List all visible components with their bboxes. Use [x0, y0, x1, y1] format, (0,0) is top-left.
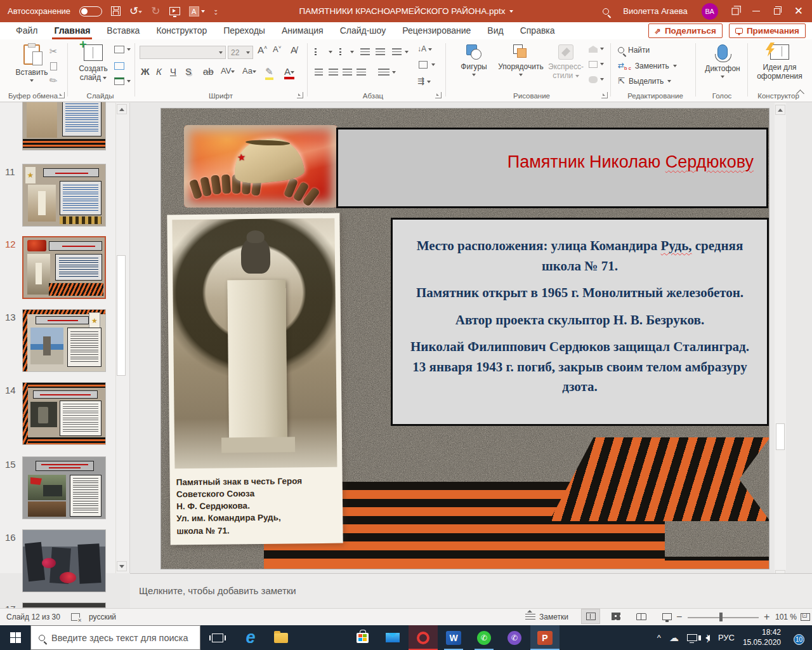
cut-icon[interactable]: ✂: [49, 46, 58, 57]
tray-expand-icon[interactable]: ^: [657, 633, 661, 642]
character-spacing-button[interactable]: AV: [221, 66, 235, 76]
new-slide-button[interactable]: Создатьслайд: [75, 44, 112, 83]
tab-home[interactable]: Главная: [46, 22, 98, 39]
shapes-button[interactable]: Фигуры: [454, 44, 494, 76]
design-ideas-button[interactable]: Идеи дляоформления: [754, 44, 806, 81]
zoom-out-button[interactable]: −: [676, 609, 682, 625]
thumbnail-slide-15[interactable]: [22, 456, 106, 519]
start-button[interactable]: [0, 625, 30, 650]
font-color-button[interactable]: A: [284, 66, 294, 79]
viber-icon[interactable]: ✆: [500, 625, 529, 650]
align-right-icon[interactable]: [343, 69, 352, 76]
quick-font-icon[interactable]: A: [189, 6, 205, 17]
language-indicator[interactable]: русский: [89, 609, 116, 625]
bullets-icon[interactable]: [315, 48, 318, 57]
dictate-button[interactable]: Диктофон: [702, 44, 743, 78]
minimize-button[interactable]: [752, 11, 760, 12]
network-icon[interactable]: [687, 634, 697, 641]
grow-font-button[interactable]: A˄: [258, 44, 267, 55]
notes-pane[interactable]: Щелкните, чтобы добавить заметки: [130, 573, 812, 608]
tab-transitions[interactable]: Переходы: [215, 22, 273, 39]
zoom-slider-thumb[interactable]: [719, 613, 723, 621]
tab-review[interactable]: Рецензирование: [394, 22, 479, 39]
notification-center-button[interactable]: 10: [789, 630, 806, 646]
align-center-icon[interactable]: [329, 69, 338, 76]
autosave-toggle[interactable]: [79, 6, 102, 17]
line-spacing-caret[interactable]: [405, 51, 409, 53]
clipboard-dialog-launcher[interactable]: [58, 92, 65, 98]
columns-caret[interactable]: [392, 71, 396, 74]
text-direction-icon[interactable]: ↓A: [417, 44, 432, 53]
clock[interactable]: 18:42 15.05.2020: [743, 628, 781, 647]
bold-button[interactable]: Ж: [141, 66, 150, 77]
whatsapp-icon[interactable]: ✆: [469, 625, 499, 650]
close-button[interactable]: ✕: [794, 6, 803, 17]
find-button[interactable]: Найти: [618, 46, 650, 55]
paragraph-dialog-launcher[interactable]: [435, 92, 442, 98]
notes-toggle-button[interactable]: Заметки: [525, 609, 568, 625]
avatar[interactable]: ВА: [702, 3, 718, 20]
slide-scrollbar[interactable]: [775, 103, 786, 608]
tab-file[interactable]: Файл: [8, 22, 46, 39]
copy-icon[interactable]: [50, 62, 57, 70]
numbering-icon[interactable]: [339, 48, 343, 57]
thumbnail-slide-17[interactable]: [22, 602, 106, 608]
align-left-icon[interactable]: [315, 69, 323, 76]
slide-canvas[interactable]: ★ Памятник Николаю Сердюкову Памятный зн…: [160, 108, 769, 569]
qat-customize-icon[interactable]: ⌄⌄: [214, 8, 219, 14]
monument-photo[interactable]: Памятный знак в честь Героя Советского С…: [167, 213, 343, 545]
powerpoint-icon[interactable]: P: [530, 625, 560, 650]
change-case-button[interactable]: Aa: [242, 66, 256, 76]
shape-fill-caret[interactable]: [600, 48, 604, 50]
shrink-font-button[interactable]: A˅: [273, 44, 281, 54]
edge-icon[interactable]: e: [236, 625, 265, 650]
clear-formatting-button[interactable]: A̸: [291, 44, 297, 55]
share-button[interactable]: ⇗Поделиться: [648, 23, 723, 38]
slide-layout-caret[interactable]: [127, 48, 131, 51]
shape-outline-icon[interactable]: [589, 61, 598, 68]
zoom-level[interactable]: 101 %: [775, 609, 797, 625]
ribbon-display-options-icon[interactable]: [731, 8, 738, 15]
slide-body-text-box[interactable]: Место расположения: улица Командира Рудь…: [391, 218, 769, 426]
increase-indent-icon[interactable]: [376, 48, 385, 56]
pilotka-cap-image[interactable]: ★: [184, 125, 337, 208]
slide-title-box[interactable]: Памятник Николаю Сердюкову: [336, 128, 768, 208]
thumbnail-slide-10[interactable]: [22, 102, 106, 150]
strikethrough-button[interactable]: ab: [203, 66, 214, 77]
text-shadow-button[interactable]: S: [185, 66, 192, 77]
tray-language[interactable]: РУС: [718, 633, 735, 642]
select-button[interactable]: ⇱Выделить: [618, 76, 671, 86]
tab-design[interactable]: Конструктор: [148, 22, 215, 39]
fit-to-window-icon[interactable]: [801, 609, 810, 625]
normal-view-button[interactable]: [581, 609, 600, 624]
mail-icon[interactable]: [378, 625, 407, 650]
align-text-caret[interactable]: [431, 63, 435, 66]
italic-button[interactable]: К: [156, 66, 162, 77]
tab-help[interactable]: Справка: [512, 22, 563, 39]
shape-outline-caret[interactable]: [600, 63, 604, 65]
zoom-slider[interactable]: [688, 617, 759, 618]
taskbar-search-box[interactable]: Введите здесь текст для поиска: [30, 625, 200, 650]
replace-button[interactable]: ⇄b cЗаменить: [618, 61, 677, 71]
thumbnail-slide-11[interactable]: ★: [22, 164, 106, 227]
thumbnail-slide-12-selected[interactable]: [22, 236, 106, 299]
microsoft-store-icon[interactable]: [348, 625, 377, 650]
search-icon[interactable]: [603, 8, 609, 15]
numbering-caret[interactable]: [350, 51, 354, 53]
paste-button[interactable]: Вставить: [11, 44, 52, 82]
save-icon[interactable]: [111, 6, 121, 16]
font-dialog-launcher[interactable]: [297, 92, 303, 98]
section-caret[interactable]: [127, 80, 131, 83]
thumbnail-slide-16[interactable]: [22, 529, 106, 592]
task-view-button[interactable]: [203, 625, 232, 650]
restore-button[interactable]: [774, 8, 780, 15]
thumbnail-slide-13[interactable]: ★: [22, 309, 106, 372]
tab-view[interactable]: Вид: [479, 22, 511, 39]
shape-effects-icon[interactable]: [589, 76, 598, 83]
file-explorer-icon[interactable]: [266, 625, 296, 650]
reset-slide-icon[interactable]: [114, 62, 124, 70]
opera-icon[interactable]: [409, 625, 438, 650]
arrange-button[interactable]: Упорядочить: [495, 44, 547, 76]
thumb-scroll-up-icon[interactable]: [117, 104, 127, 114]
start-slideshow-icon[interactable]: [169, 7, 180, 15]
